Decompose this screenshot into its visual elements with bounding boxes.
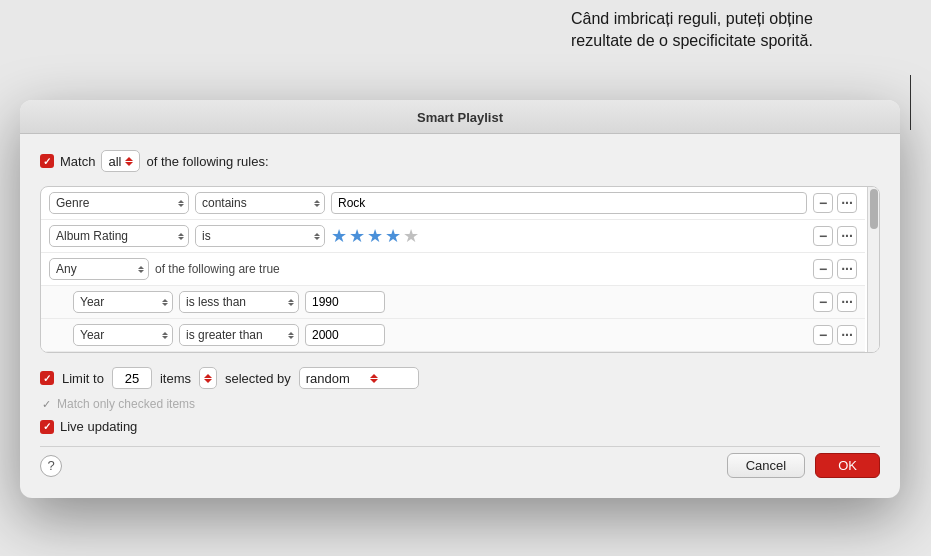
tooltip: Când imbricați reguli, puteți obține rez…	[571, 8, 911, 53]
items-stepper-icon	[204, 374, 212, 383]
dialog-body: Match all of the following rules: Genre	[20, 134, 900, 498]
limit-input[interactable]	[112, 367, 152, 389]
rule-actions-genre: − ···	[813, 193, 857, 213]
items-stepper-up	[204, 374, 212, 378]
rule-field-album-rating[interactable]: Album Rating	[49, 225, 189, 247]
ok-button[interactable]: OK	[815, 453, 880, 478]
star-4: ★	[385, 225, 401, 247]
rule-row-album-rating: Album Rating is ★	[41, 220, 865, 253]
of-following-text: of the following are true	[155, 262, 807, 276]
rule-actions-any: − ···	[813, 259, 857, 279]
match-stepper-icon	[125, 157, 133, 166]
star-3: ★	[367, 225, 383, 247]
rule-actions-year-greater: − ···	[813, 325, 857, 345]
star-5: ★	[403, 225, 419, 247]
match-label: Match	[60, 154, 95, 169]
stepper-up	[125, 157, 133, 161]
bottom-section: Limit to items selected by random	[40, 367, 880, 484]
sel-stepper-up	[370, 374, 378, 378]
more-rule-album-rating[interactable]: ···	[837, 226, 857, 246]
rules-scrollbar[interactable]	[867, 187, 879, 352]
selected-by-label: selected by	[225, 371, 291, 386]
less-than-arrow	[288, 299, 294, 306]
limit-row: Limit to items selected by random	[40, 367, 880, 389]
items-label: items	[160, 371, 191, 386]
of-following-label: of the following rules:	[146, 154, 268, 169]
contains-arrow	[314, 200, 320, 207]
live-updating-label: Live updating	[60, 419, 137, 434]
cancel-button[interactable]: Cancel	[727, 453, 805, 478]
footer-buttons: Cancel OK	[727, 453, 880, 478]
selected-by-dropdown[interactable]: random	[299, 367, 419, 389]
rule-field-any[interactable]: Any	[49, 258, 149, 280]
dialog-titlebar: Smart Playlist	[20, 100, 900, 134]
tooltip-pointer-line	[910, 75, 911, 130]
tooltip-line1: Când imbricați reguli, puteți obține	[571, 8, 911, 30]
year1-arrow	[162, 299, 168, 306]
rule-field-year-2[interactable]: Year	[73, 324, 173, 346]
more-rule-year-less[interactable]: ···	[837, 292, 857, 312]
rule-actions-year-less: − ···	[813, 292, 857, 312]
limit-checkbox[interactable]	[40, 371, 54, 385]
rule-value-2000[interactable]	[305, 324, 385, 346]
rule-cond-less-than[interactable]: is less than	[179, 291, 299, 313]
rule-value-rock[interactable]	[331, 192, 807, 214]
rule-row-genre: Genre contains	[41, 187, 865, 220]
rule-row-year-greater: Year is greater than	[41, 319, 865, 352]
star-1: ★	[331, 225, 347, 247]
help-button[interactable]: ?	[40, 455, 62, 477]
items-stepper[interactable]	[199, 367, 217, 389]
is-arrow	[314, 233, 320, 240]
footer-row: ? Cancel OK	[40, 446, 880, 478]
match-checkbox[interactable]	[40, 154, 54, 168]
any-arrow	[138, 266, 144, 273]
rule-actions-album-rating: − ···	[813, 226, 857, 246]
smart-playlist-dialog: Smart Playlist Match all of the followin…	[20, 100, 900, 498]
more-rule-genre[interactable]: ···	[837, 193, 857, 213]
rule-cond-greater-than[interactable]: is greater than	[179, 324, 299, 346]
rules-section: Genre contains	[40, 186, 880, 353]
rule-field-year-1[interactable]: Year	[73, 291, 173, 313]
star-2: ★	[349, 225, 365, 247]
rules-wrapper: Genre contains	[41, 187, 879, 352]
remove-rule-genre[interactable]: −	[813, 193, 833, 213]
live-updating-checkbox[interactable]	[40, 420, 54, 434]
rule-value-1990[interactable]	[305, 291, 385, 313]
match-value-dropdown[interactable]: all	[101, 150, 140, 172]
tooltip-line2: rezultate de o specificitate sporită.	[571, 30, 911, 52]
genre-arrow	[178, 200, 184, 207]
items-stepper-down	[204, 379, 212, 383]
match-value: all	[108, 154, 121, 169]
greater-than-arrow	[288, 332, 294, 339]
rule-field-genre[interactable]: Genre	[49, 192, 189, 214]
rule-row-any: Any of the following are true − ···	[41, 253, 865, 286]
match-checked-label: Match only checked items	[57, 397, 195, 411]
dialog-title: Smart Playlist	[417, 110, 503, 125]
rule-row-year-less: Year is less than	[41, 286, 865, 319]
selected-by-value: random	[306, 371, 350, 386]
more-rule-any[interactable]: ···	[837, 259, 857, 279]
stepper-down	[125, 162, 133, 166]
rule-cond-contains[interactable]: contains	[195, 192, 325, 214]
remove-rule-year-greater[interactable]: −	[813, 325, 833, 345]
album-rating-arrow	[178, 233, 184, 240]
stars-display[interactable]: ★ ★ ★ ★ ★	[331, 225, 807, 247]
sel-stepper-down	[370, 379, 378, 383]
more-rule-year-greater[interactable]: ···	[837, 325, 857, 345]
match-checked-row: ✓ Match only checked items	[40, 397, 880, 411]
remove-rule-any[interactable]: −	[813, 259, 833, 279]
remove-rule-year-less[interactable]: −	[813, 292, 833, 312]
live-updating-row: Live updating	[40, 419, 880, 434]
match-checked-checkmark: ✓	[42, 398, 51, 411]
rule-cond-is[interactable]: is	[195, 225, 325, 247]
selected-by-stepper-icon	[370, 374, 378, 383]
remove-rule-album-rating[interactable]: −	[813, 226, 833, 246]
match-row: Match all of the following rules:	[40, 150, 880, 172]
limit-label: Limit to	[62, 371, 104, 386]
scrollbar-thumb	[870, 189, 878, 229]
year2-arrow	[162, 332, 168, 339]
